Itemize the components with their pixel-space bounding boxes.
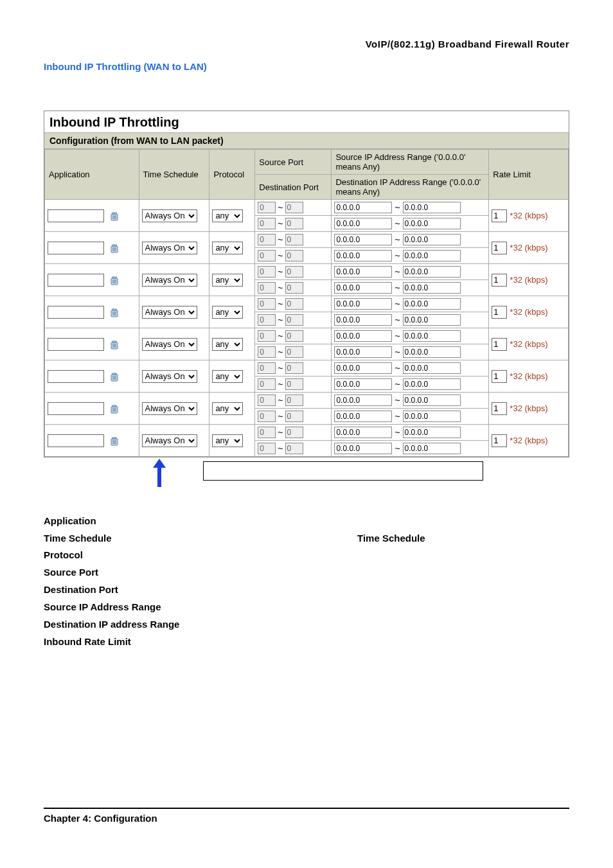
protocol-select[interactable]: any xyxy=(212,370,243,383)
dest-ip-from[interactable] xyxy=(334,314,392,326)
dest-port-from[interactable] xyxy=(258,218,276,229)
delete-icon[interactable] xyxy=(109,404,120,414)
dest-port-from[interactable] xyxy=(258,314,276,326)
dest-ip-from[interactable] xyxy=(334,282,392,294)
source-ip-to[interactable] xyxy=(403,427,461,438)
protocol-select[interactable]: any xyxy=(212,338,243,351)
source-port-to[interactable] xyxy=(285,298,303,310)
time-schedule-select[interactable]: Always On xyxy=(142,370,197,383)
source-port-from[interactable] xyxy=(258,234,276,245)
dest-port-from[interactable] xyxy=(258,282,276,294)
rate-input[interactable] xyxy=(492,274,507,287)
source-ip-to[interactable] xyxy=(403,266,461,278)
source-port-from[interactable] xyxy=(258,202,276,213)
dest-ip-from[interactable] xyxy=(334,411,392,422)
source-port-to[interactable] xyxy=(285,394,303,406)
application-input[interactable] xyxy=(48,370,104,383)
source-ip-to[interactable] xyxy=(403,298,461,310)
source-ip-from[interactable] xyxy=(334,298,392,310)
dest-ip-to[interactable] xyxy=(403,411,461,422)
source-port-to[interactable] xyxy=(285,330,303,342)
rate-input[interactable] xyxy=(492,209,507,222)
dest-port-from[interactable] xyxy=(258,411,276,422)
rate-input[interactable] xyxy=(492,338,507,351)
dest-port-from[interactable] xyxy=(258,346,276,358)
source-ip-to[interactable] xyxy=(403,234,461,245)
dest-ip-from[interactable] xyxy=(334,346,392,358)
source-port-to[interactable] xyxy=(285,234,303,245)
source-port-to[interactable] xyxy=(285,427,303,438)
delete-icon[interactable] xyxy=(109,372,120,382)
source-ip-from[interactable] xyxy=(334,202,392,213)
delete-icon[interactable] xyxy=(109,244,120,254)
source-port-from[interactable] xyxy=(258,266,276,278)
source-port-from[interactable] xyxy=(258,427,276,438)
dest-ip-to[interactable] xyxy=(403,443,461,454)
protocol-select[interactable]: any xyxy=(212,274,243,287)
rate-input[interactable] xyxy=(492,402,507,415)
dest-ip-to[interactable] xyxy=(403,378,461,390)
dest-port-from[interactable] xyxy=(258,443,276,454)
source-port-from[interactable] xyxy=(258,330,276,342)
source-port-to[interactable] xyxy=(285,202,303,213)
application-input[interactable] xyxy=(48,402,104,415)
dest-port-to[interactable] xyxy=(285,250,303,261)
application-input[interactable] xyxy=(48,338,104,351)
dest-port-to[interactable] xyxy=(285,443,303,454)
protocol-select[interactable]: any xyxy=(212,242,243,254)
delete-icon[interactable] xyxy=(109,436,120,447)
application-input[interactable] xyxy=(48,242,104,254)
time-schedule-select[interactable]: Always On xyxy=(142,402,197,415)
dest-ip-from[interactable] xyxy=(334,378,392,390)
delete-icon[interactable] xyxy=(109,211,120,222)
source-ip-to[interactable] xyxy=(403,202,461,213)
dest-port-from[interactable] xyxy=(258,378,276,390)
dest-ip-to[interactable] xyxy=(403,346,461,358)
time-schedule-select[interactable]: Always On xyxy=(142,242,197,254)
time-schedule-select[interactable]: Always On xyxy=(142,338,197,351)
rate-input[interactable] xyxy=(492,242,507,254)
dest-port-to[interactable] xyxy=(285,346,303,358)
source-ip-from[interactable] xyxy=(334,234,392,245)
application-input[interactable] xyxy=(48,306,104,319)
delete-icon[interactable] xyxy=(109,308,120,318)
rate-input[interactable] xyxy=(492,370,507,383)
source-ip-from[interactable] xyxy=(334,394,392,406)
dest-port-to[interactable] xyxy=(285,314,303,326)
dest-port-from[interactable] xyxy=(258,250,276,261)
dest-ip-from[interactable] xyxy=(334,218,392,229)
source-port-from[interactable] xyxy=(258,362,276,374)
dest-port-to[interactable] xyxy=(285,282,303,294)
dest-port-to[interactable] xyxy=(285,411,303,422)
time-schedule-select[interactable]: Always On xyxy=(142,209,197,222)
application-input[interactable] xyxy=(48,274,104,287)
protocol-select[interactable]: any xyxy=(212,402,243,415)
delete-icon[interactable] xyxy=(109,276,120,286)
application-input[interactable] xyxy=(48,434,104,447)
source-port-to[interactable] xyxy=(285,266,303,278)
time-schedule-select[interactable]: Always On xyxy=(142,434,197,447)
dest-ip-to[interactable] xyxy=(403,314,461,326)
source-ip-from[interactable] xyxy=(334,330,392,342)
rate-input[interactable] xyxy=(492,434,507,447)
protocol-select[interactable]: any xyxy=(212,306,243,319)
dest-port-to[interactable] xyxy=(285,218,303,229)
source-ip-from[interactable] xyxy=(334,266,392,278)
source-ip-to[interactable] xyxy=(403,394,461,406)
protocol-select[interactable]: any xyxy=(212,434,243,447)
source-ip-to[interactable] xyxy=(403,330,461,342)
time-schedule-select[interactable]: Always On xyxy=(142,274,197,287)
source-ip-to[interactable] xyxy=(403,362,461,374)
source-port-to[interactable] xyxy=(285,362,303,374)
dest-ip-to[interactable] xyxy=(403,218,461,229)
source-ip-from[interactable] xyxy=(334,427,392,438)
source-port-from[interactable] xyxy=(258,298,276,310)
delete-icon[interactable] xyxy=(109,340,120,350)
dest-ip-to[interactable] xyxy=(403,282,461,294)
rate-input[interactable] xyxy=(492,306,507,319)
application-input[interactable] xyxy=(48,209,104,222)
dest-ip-from[interactable] xyxy=(334,443,392,454)
protocol-select[interactable]: any xyxy=(212,209,243,222)
source-port-from[interactable] xyxy=(258,394,276,406)
dest-port-to[interactable] xyxy=(285,378,303,390)
